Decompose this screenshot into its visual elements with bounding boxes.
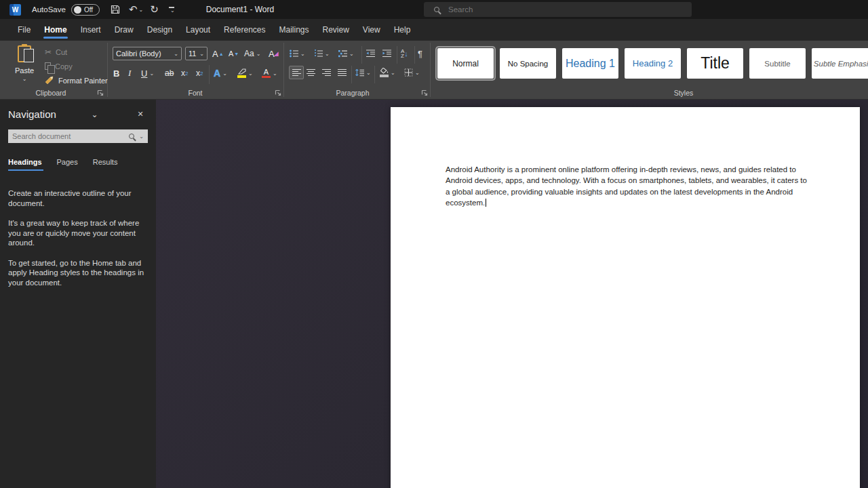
tab-layout[interactable]: Layout bbox=[179, 20, 217, 41]
style-subtitle[interactable]: Subtitle bbox=[749, 48, 806, 79]
tab-mailings[interactable]: Mailings bbox=[272, 20, 315, 41]
qat-chevron-icon: ⌄ bbox=[170, 9, 175, 12]
italic-button[interactable]: I bbox=[128, 66, 131, 80]
grow-font-button[interactable]: A▲ bbox=[212, 47, 224, 60]
justify-button[interactable] bbox=[338, 66, 347, 79]
clipboard-group-label: Clipboard bbox=[20, 89, 81, 97]
undo-button[interactable]: ↶ ⌄ bbox=[129, 3, 143, 16]
nav-tab-headings[interactable]: Headings bbox=[8, 158, 42, 171]
font-color-button[interactable]: A ⌄ bbox=[262, 66, 277, 80]
shrink-font-button[interactable]: A▼ bbox=[229, 47, 239, 60]
navigation-pane-title: Navigation bbox=[8, 108, 56, 120]
copy-label: Copy bbox=[55, 62, 73, 70]
document-page[interactable]: Android Authority is a prominent online … bbox=[391, 107, 860, 488]
numbering-button[interactable]: ⌄ bbox=[314, 47, 330, 60]
nav-search-dropdown-icon[interactable]: ⌄ bbox=[139, 134, 144, 140]
tab-view[interactable]: View bbox=[356, 20, 387, 41]
tab-home[interactable]: Home bbox=[37, 20, 73, 41]
font-dialog-launcher[interactable] bbox=[275, 89, 281, 96]
small-separator bbox=[414, 46, 415, 64]
small-separator bbox=[374, 66, 375, 83]
paste-button[interactable]: Paste ⌄ bbox=[11, 45, 38, 82]
bold-button[interactable]: B bbox=[113, 66, 119, 80]
shading-button[interactable]: ⌄ bbox=[380, 66, 395, 79]
increase-indent-icon bbox=[382, 49, 391, 58]
undo-dropdown-icon[interactable]: ⌄ bbox=[138, 7, 143, 13]
align-right-button[interactable] bbox=[322, 66, 331, 79]
shrink-font-icon: A bbox=[229, 49, 233, 58]
style-heading-1[interactable]: Heading 1 bbox=[562, 48, 618, 79]
save-icon[interactable] bbox=[111, 5, 120, 14]
highlight-dropdown-icon: ⌄ bbox=[248, 70, 253, 77]
navigation-search-input[interactable] bbox=[8, 132, 129, 140]
align-left-button[interactable] bbox=[289, 66, 304, 79]
tab-design[interactable]: Design bbox=[140, 20, 179, 41]
ribbon-tab-row: File Home Insert Draw Design Layout Refe… bbox=[0, 19, 868, 41]
format-painter-button[interactable]: Format Painter bbox=[45, 75, 108, 86]
titlebar-search-box[interactable] bbox=[424, 2, 692, 17]
subscript-button[interactable]: x2 bbox=[181, 66, 188, 80]
nav-help-text-2: It's a great way to keep track of where … bbox=[0, 218, 156, 248]
pilcrow-icon: ¶ bbox=[418, 49, 422, 59]
navigation-collapse-icon[interactable]: ⌄ bbox=[87, 110, 102, 119]
align-center-button[interactable] bbox=[307, 66, 315, 79]
tab-references[interactable]: References bbox=[217, 20, 272, 41]
paste-clipboard-icon bbox=[18, 45, 31, 62]
cut-icon: ✂ bbox=[45, 47, 52, 57]
bullets-button[interactable]: ⌄ bbox=[290, 47, 305, 60]
highlight-color-button[interactable]: ⌄ bbox=[237, 66, 253, 80]
highlight-icon bbox=[237, 68, 246, 78]
style-heading-2[interactable]: Heading 2 bbox=[625, 48, 681, 79]
tab-file[interactable]: File bbox=[11, 20, 37, 41]
sort-button[interactable]: AZ ↓ bbox=[401, 47, 408, 60]
autosave-toggle[interactable]: Off bbox=[71, 4, 100, 16]
tab-draw[interactable]: Draw bbox=[108, 20, 140, 41]
multilevel-list-button[interactable]: ⌄ bbox=[338, 47, 354, 60]
underline-dropdown-icon: ⌄ bbox=[149, 70, 154, 77]
titlebar-search-input[interactable] bbox=[448, 5, 652, 14]
style-no-spacing[interactable]: No Spacing bbox=[500, 48, 556, 79]
navigation-search-box[interactable]: ⌄ bbox=[8, 129, 148, 143]
nav-tab-pages[interactable]: Pages bbox=[57, 158, 78, 171]
show-hide-marks-button[interactable]: ¶ bbox=[418, 47, 422, 60]
text-effects-button[interactable]: A ⌄ bbox=[214, 66, 227, 80]
decrease-indent-button[interactable] bbox=[366, 47, 375, 60]
navigation-pane: Navigation ⌄ ✕ ⌄ Headings Pages Results … bbox=[0, 100, 156, 488]
text-effects-icon: A bbox=[214, 68, 220, 79]
change-case-dropdown-icon: ⌄ bbox=[256, 51, 261, 57]
navigation-close-icon[interactable]: ✕ bbox=[133, 110, 148, 119]
styles-gallery: Normal No Spacing Heading 1 Heading 2 Ti… bbox=[437, 48, 868, 79]
line-spacing-button[interactable]: ⌄ bbox=[355, 66, 371, 79]
copy-icon bbox=[45, 62, 51, 70]
redo-button[interactable]: ↻ bbox=[150, 3, 159, 16]
strikethrough-button[interactable]: ab bbox=[165, 66, 174, 80]
nav-tab-results[interactable]: Results bbox=[93, 158, 118, 171]
borders-button[interactable]: ⌄ bbox=[404, 66, 420, 79]
customize-quick-access-toolbar-button[interactable]: ⌄ bbox=[168, 7, 175, 12]
nav-help-text-1: Create an interactive outline of your do… bbox=[0, 188, 156, 208]
clipboard-dialog-launcher[interactable] bbox=[97, 89, 104, 96]
style-subtle-emphasis[interactable]: Subtle Emphasis bbox=[812, 48, 868, 79]
underline-button[interactable]: U ⌄ bbox=[141, 66, 154, 80]
increase-indent-button[interactable] bbox=[382, 47, 391, 60]
underline-icon: U bbox=[141, 68, 147, 79]
style-title[interactable]: Title bbox=[687, 48, 743, 79]
bold-icon: B bbox=[113, 68, 119, 79]
font-name-dropdown-icon: ⌄ bbox=[174, 51, 178, 57]
document-canvas[interactable]: Android Authority is a prominent online … bbox=[156, 100, 868, 488]
font-size-combobox[interactable]: 11 ⌄ bbox=[185, 47, 208, 60]
clear-formatting-button[interactable]: A ◢ bbox=[269, 47, 279, 60]
small-separator bbox=[351, 66, 352, 83]
superscript-button[interactable]: x2 bbox=[196, 66, 203, 80]
nav-search-icon bbox=[129, 134, 134, 139]
tab-review[interactable]: Review bbox=[316, 20, 356, 41]
tab-help[interactable]: Help bbox=[387, 20, 418, 41]
paste-dropdown-icon[interactable]: ⌄ bbox=[22, 76, 27, 82]
tab-insert[interactable]: Insert bbox=[74, 20, 108, 41]
font-name-combobox[interactable]: Calibri (Body) ⌄ bbox=[113, 47, 182, 60]
paragraph-dialog-launcher[interactable] bbox=[421, 89, 428, 96]
nav-help-text-3: To get started, go to the Home tab and a… bbox=[0, 258, 156, 288]
copy-button: Copy bbox=[45, 60, 73, 72]
change-case-button[interactable]: Aa ⌄ bbox=[244, 47, 260, 60]
style-normal[interactable]: Normal bbox=[437, 48, 494, 79]
